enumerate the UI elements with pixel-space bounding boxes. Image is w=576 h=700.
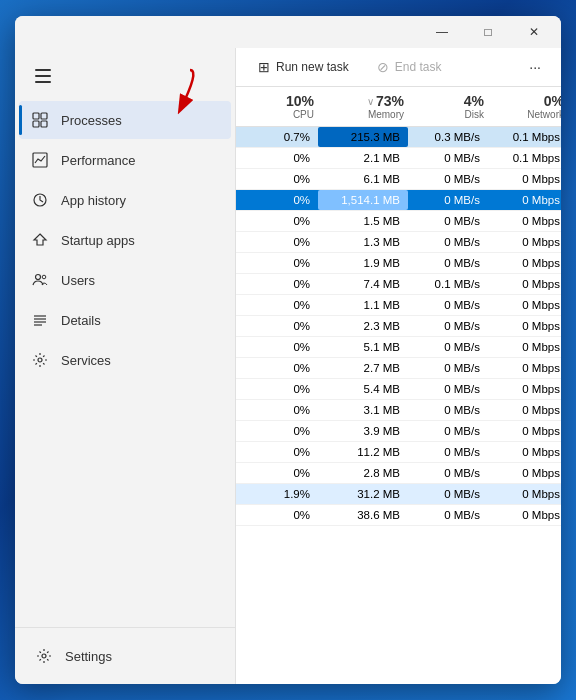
- table-row[interactable]: 0% 3.1 MB 0 MB/s 0 Mbps: [236, 400, 561, 421]
- network-label: Network: [527, 109, 561, 120]
- cell-memory: 1.5 MB: [318, 211, 408, 231]
- memory-label: Memory: [368, 109, 404, 120]
- table-row[interactable]: 0% 38.6 MB 0 MB/s 0 Mbps: [236, 505, 561, 526]
- table-row[interactable]: 0% 1.5 MB 0 MB/s 0 Mbps: [236, 211, 561, 232]
- svg-point-7: [42, 275, 46, 279]
- sidebar-item-app-history[interactable]: App history: [19, 181, 231, 219]
- table-row[interactable]: 0% 1.1 MB 0 MB/s 0 Mbps: [236, 295, 561, 316]
- run-new-task-button[interactable]: ⊞ Run new task: [248, 54, 359, 80]
- end-task-button[interactable]: ⊘ End task: [367, 54, 452, 80]
- maximize-button[interactable]: □: [465, 16, 511, 48]
- cpu-value: 10%: [286, 93, 314, 109]
- cell-memory: 2.3 MB: [318, 316, 408, 336]
- sidebar-item-settings[interactable]: Settings: [23, 637, 227, 675]
- sidebar-item-details[interactable]: Details: [19, 301, 231, 339]
- cell-network: 0 Mbps: [488, 274, 561, 294]
- hamburger-line-2: [35, 75, 51, 77]
- table-row[interactable]: 0% 3.9 MB 0 MB/s 0 Mbps: [236, 421, 561, 442]
- table-row[interactable]: 0% 11.2 MB 0 MB/s 0 Mbps: [236, 442, 561, 463]
- end-task-label: End task: [395, 60, 442, 74]
- processes-icon: [31, 111, 49, 129]
- table-row[interactable]: 0% 1,514.1 MB 0 MB/s 0 Mbps: [236, 190, 561, 211]
- table-row[interactable]: 0% 5.4 MB 0 MB/s 0 Mbps: [236, 379, 561, 400]
- cell-name: [236, 442, 248, 462]
- titlebar-controls: — □ ✕: [419, 16, 557, 48]
- cell-memory: 1.1 MB: [318, 295, 408, 315]
- cell-disk: 0 MB/s: [408, 463, 488, 483]
- cell-cpu: 0%: [248, 379, 318, 399]
- cell-name: [236, 379, 248, 399]
- cell-disk: 0 MB/s: [408, 484, 488, 504]
- hamburger-button[interactable]: [23, 56, 63, 96]
- cell-cpu: 0%: [248, 442, 318, 462]
- cell-cpu: 0%: [248, 253, 318, 273]
- cell-name: [236, 316, 248, 336]
- svg-rect-2: [33, 121, 39, 127]
- table-row[interactable]: 0% 1.9 MB 0 MB/s 0 Mbps: [236, 253, 561, 274]
- table-row[interactable]: 1.9% 31.2 MB 0 MB/s 0 Mbps: [236, 484, 561, 505]
- table-row[interactable]: 0% 1.3 MB 0 MB/s 0 Mbps: [236, 232, 561, 253]
- cell-memory: 7.4 MB: [318, 274, 408, 294]
- table-row[interactable]: 0% 2.8 MB 0 MB/s 0 Mbps: [236, 463, 561, 484]
- cell-name: [236, 232, 248, 252]
- minimize-button[interactable]: —: [419, 16, 465, 48]
- col-header-disk[interactable]: 4% Disk: [412, 91, 492, 122]
- cell-memory: 2.7 MB: [318, 358, 408, 378]
- cell-cpu: 0%: [248, 274, 318, 294]
- cell-memory: 1,514.1 MB: [318, 190, 408, 210]
- table-row[interactable]: 0% 7.4 MB 0.1 MB/s 0 Mbps: [236, 274, 561, 295]
- col-header-name[interactable]: [236, 91, 252, 122]
- run-new-task-label: Run new task: [276, 60, 349, 74]
- cell-name: [236, 358, 248, 378]
- sidebar-item-services[interactable]: Services: [19, 341, 231, 379]
- cell-network: 0 Mbps: [488, 190, 561, 210]
- more-options-button[interactable]: ···: [521, 54, 549, 80]
- disk-value: 4%: [464, 93, 484, 109]
- col-header-network[interactable]: 0% Network: [492, 91, 561, 122]
- table-row[interactable]: 0% 2.1 MB 0 MB/s 0.1 Mbps: [236, 148, 561, 169]
- settings-label: Settings: [65, 649, 112, 664]
- cell-memory: 38.6 MB: [318, 505, 408, 525]
- performance-icon: [31, 151, 49, 169]
- cell-network: 0.1 Mbps: [488, 148, 561, 168]
- sidebar-item-processes[interactable]: Processes: [19, 101, 231, 139]
- cell-cpu: 0%: [248, 421, 318, 441]
- run-task-icon: ⊞: [258, 59, 270, 75]
- cell-cpu: 0%: [248, 211, 318, 231]
- col-header-memory[interactable]: ∨ 73% Memory: [322, 91, 412, 122]
- cell-network: 0 Mbps: [488, 379, 561, 399]
- cell-memory: 5.4 MB: [318, 379, 408, 399]
- cell-name: [236, 211, 248, 231]
- table-row[interactable]: 0.7% 215.3 MB 0.3 MB/s 0.1 Mbps: [236, 127, 561, 148]
- table-row[interactable]: 0% 6.1 MB 0 MB/s 0 Mbps: [236, 169, 561, 190]
- cell-disk: 0 MB/s: [408, 358, 488, 378]
- cell-disk: 0.3 MB/s: [408, 127, 488, 147]
- table-row[interactable]: 0% 2.7 MB 0 MB/s 0 Mbps: [236, 358, 561, 379]
- cell-name: [236, 421, 248, 441]
- table-header: 10% CPU ∨ 73% Memory 4% Disk 0% Network: [236, 87, 561, 127]
- sidebar-item-users[interactable]: Users: [19, 261, 231, 299]
- cell-cpu: 0%: [248, 316, 318, 336]
- cell-memory: 11.2 MB: [318, 442, 408, 462]
- close-button[interactable]: ✕: [511, 16, 557, 48]
- hamburger-line-3: [35, 81, 51, 83]
- sidebar-item-performance[interactable]: Performance: [19, 141, 231, 179]
- cell-disk: 0 MB/s: [408, 421, 488, 441]
- cell-network: 0 Mbps: [488, 169, 561, 189]
- main-area: Processes Performance: [15, 48, 561, 684]
- processes-label: Processes: [61, 113, 122, 128]
- cell-name: [236, 505, 248, 525]
- cell-cpu: 0%: [248, 505, 318, 525]
- cell-disk: 0 MB/s: [408, 232, 488, 252]
- users-label: Users: [61, 273, 95, 288]
- startup-apps-label: Startup apps: [61, 233, 135, 248]
- col-header-cpu[interactable]: 10% CPU: [252, 91, 322, 122]
- sidebar-item-startup-apps[interactable]: Startup apps: [19, 221, 231, 259]
- network-value: 0%: [544, 93, 561, 109]
- cell-memory: 3.1 MB: [318, 400, 408, 420]
- table-row[interactable]: 0% 2.3 MB 0 MB/s 0 Mbps: [236, 316, 561, 337]
- cell-network: 0 Mbps: [488, 484, 561, 504]
- table-row[interactable]: 0% 5.1 MB 0 MB/s 0 Mbps: [236, 337, 561, 358]
- cell-disk: 0 MB/s: [408, 169, 488, 189]
- svg-rect-0: [33, 113, 39, 119]
